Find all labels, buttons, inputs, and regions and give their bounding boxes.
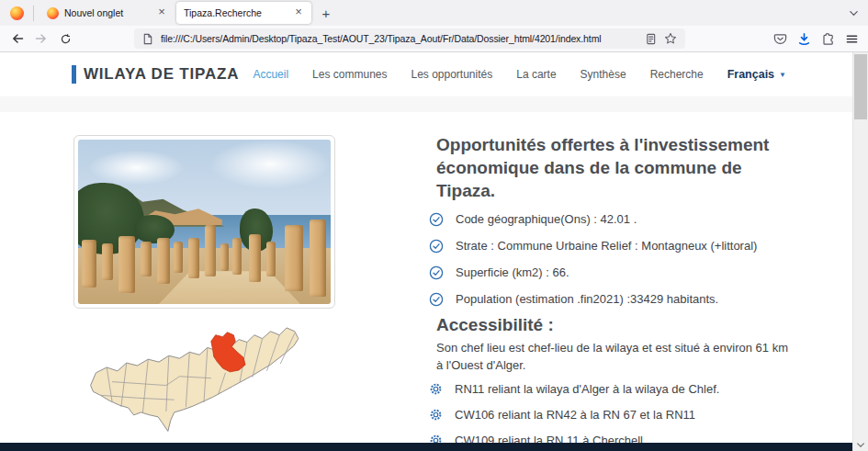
brand-bar bbox=[72, 65, 76, 84]
tab-title: Tipaza.Recherche bbox=[184, 7, 286, 18]
accessibility-text: Son chef lieu est chef-lieu de la wilaya… bbox=[436, 339, 796, 374]
check-circle-icon bbox=[429, 292, 444, 307]
extensions-puzzle-icon[interactable] bbox=[821, 32, 835, 46]
browser-toolbar: file:///C:/Users/Admin/Desktop/Tipaza_Te… bbox=[0, 26, 868, 52]
ruins-photo bbox=[73, 135, 335, 309]
close-icon[interactable]: × bbox=[291, 6, 306, 20]
scrollbar-thumb[interactable] bbox=[854, 54, 867, 119]
fact-text: Strate : Commune Urbaine Relief : Montag… bbox=[456, 239, 757, 253]
list-item: Strate : Commune Urbaine Relief : Montag… bbox=[429, 232, 842, 259]
ruins-photo-scene bbox=[78, 140, 331, 304]
site-logo[interactable]: WILAYA DE TIPAZA bbox=[72, 65, 239, 84]
list-item: CW106 reliant la RN42 à la RN 67 et la R… bbox=[429, 401, 842, 427]
pocket-icon[interactable] bbox=[773, 32, 787, 46]
bookmark-star-icon[interactable] bbox=[664, 32, 677, 45]
downloads-icon[interactable] bbox=[797, 32, 811, 46]
browser-window: Nouvel onglet × Tipaza.Recherche × + fil… bbox=[0, 0, 868, 451]
forward-button[interactable] bbox=[29, 28, 53, 50]
list-item: Population (estimation .fin2021) :33429 … bbox=[429, 286, 842, 312]
firefox-button[interactable] bbox=[5, 3, 28, 23]
roads-list: RN11 reliant la wilaya d'Alger à la wila… bbox=[429, 376, 842, 451]
reload-button[interactable] bbox=[53, 28, 77, 50]
language-selector[interactable]: Français ▼ bbox=[727, 68, 786, 81]
nav-item-accueil[interactable]: Accueil bbox=[253, 68, 288, 81]
facts-list: Code géographique(Ons) : 42.01 . Strate … bbox=[429, 206, 842, 312]
back-button[interactable] bbox=[6, 28, 29, 50]
gear-icon bbox=[429, 408, 443, 422]
tab-title: Nouvel onglet bbox=[64, 7, 149, 18]
firefox-icon bbox=[47, 7, 59, 19]
nav-item-synthese[interactable]: Synthèse bbox=[581, 68, 626, 81]
tab-tipaza-recherche[interactable]: Tipaza.Recherche × bbox=[176, 2, 311, 24]
fact-text: Code géographique(Ons) : 42.01 . bbox=[456, 212, 637, 226]
header-divider-strip bbox=[0, 96, 852, 112]
new-tab-button[interactable]: + bbox=[315, 3, 337, 23]
fact-text: Population (estimation .fin2021) :33429 … bbox=[456, 292, 718, 306]
wilaya-map bbox=[79, 322, 327, 451]
list-all-tabs-chevron-icon[interactable] bbox=[849, 8, 859, 18]
list-item: Superficie (km2) : 66. bbox=[429, 259, 842, 286]
check-circle-icon bbox=[429, 212, 444, 227]
browser-tab-bar: Nouvel onglet × Tipaza.Recherche × + bbox=[0, 0, 868, 26]
menu-hamburger-icon[interactable] bbox=[845, 32, 859, 46]
check-circle-icon bbox=[429, 239, 444, 254]
language-label: Français bbox=[727, 68, 774, 81]
site-header: WILAYA DE TIPAZA Accueil Les communes Le… bbox=[0, 52, 852, 96]
scroll-down-chevron-icon[interactable] bbox=[853, 441, 868, 449]
map-wilaya-shape bbox=[91, 328, 299, 432]
gear-icon bbox=[429, 382, 443, 396]
page-title: Opportunités offertes à l'investissement… bbox=[436, 133, 789, 202]
tab-divider bbox=[33, 6, 34, 21]
check-circle-icon bbox=[429, 265, 444, 280]
accessibility-title: Accessibilité : bbox=[436, 314, 842, 336]
nav-item-les-communes[interactable]: Les communes bbox=[312, 68, 387, 81]
nav-item-la-carte[interactable]: La carte bbox=[516, 68, 556, 81]
main-nav: Accueil Les communes Les opportunités La… bbox=[253, 68, 786, 81]
road-text: RN11 reliant la wilaya d'Alger à la wila… bbox=[455, 382, 719, 396]
url-text[interactable]: file:///C:/Users/Admin/Desktop/Tipaza_Te… bbox=[161, 33, 637, 44]
url-bar[interactable]: file:///C:/Users/Admin/Desktop/Tipaza_Te… bbox=[134, 28, 685, 49]
road-text: CW106 reliant la RN42 à la RN 67 et la R… bbox=[455, 408, 695, 422]
nav-item-recherche[interactable]: Recherche bbox=[650, 68, 704, 81]
site-footer-bar bbox=[0, 443, 852, 451]
close-icon[interactable]: × bbox=[154, 6, 169, 20]
page-viewport: WILAYA DE TIPAZA Accueil Les communes Le… bbox=[0, 52, 852, 451]
nav-item-les-opportunites[interactable]: Les opportunités bbox=[411, 68, 492, 81]
fact-text: Superficie (km2) : 66. bbox=[456, 265, 569, 279]
brand-title: WILAYA DE TIPAZA bbox=[84, 65, 239, 84]
reader-mode-icon[interactable] bbox=[645, 33, 657, 45]
page-scrollbar[interactable] bbox=[852, 52, 868, 451]
caret-down-icon: ▼ bbox=[779, 71, 786, 79]
list-item: Code géographique(Ons) : 42.01 . bbox=[429, 206, 842, 232]
list-item: RN11 reliant la wilaya d'Alger à la wila… bbox=[429, 376, 842, 401]
tab-nouvel-onglet[interactable]: Nouvel onglet × bbox=[39, 2, 175, 24]
firefox-icon bbox=[10, 6, 24, 20]
page-icon bbox=[142, 33, 153, 45]
commune-info-panel: Opportunités offertes à l'investissement… bbox=[429, 131, 842, 451]
